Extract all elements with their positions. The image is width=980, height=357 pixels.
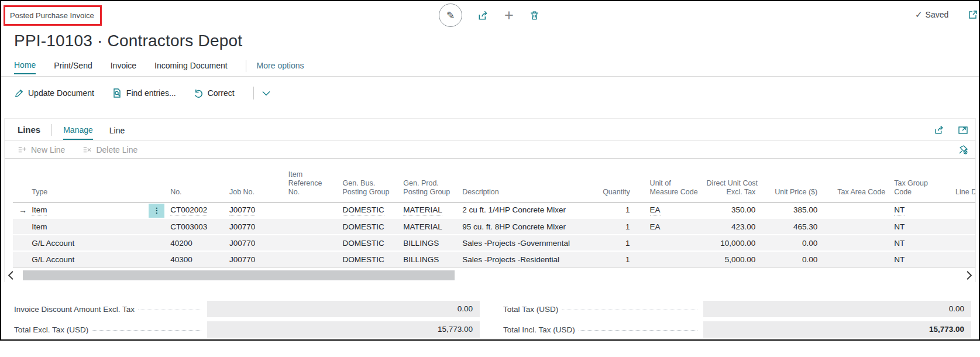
- lines-tab-line[interactable]: Line: [109, 121, 125, 139]
- table-row[interactable]: G/L Account40300J00770DOMESTICBILLINGSSa…: [13, 251, 975, 267]
- share-icon[interactable]: [477, 9, 489, 21]
- column-header[interactable]: Description: [459, 159, 599, 202]
- lines-tab-manage[interactable]: Manage: [63, 120, 93, 140]
- cell[interactable]: NT: [890, 235, 952, 251]
- popout-icon[interactable]: [968, 9, 978, 20]
- total-value-field: 15,773.00: [207, 321, 480, 338]
- cell[interactable]: 2 cu ft. 1/4HP Concrete Mixer: [459, 202, 599, 218]
- total-row: Total Tax (USD)0.00: [503, 301, 971, 317]
- tab-home[interactable]: Home: [14, 60, 36, 74]
- update-document-button[interactable]: Update Document: [14, 88, 94, 98]
- cell[interactable]: NT: [890, 202, 952, 218]
- rows-plus-icon: [18, 145, 27, 155]
- tab-invoice[interactable]: Invoice: [111, 61, 136, 74]
- divider: [1, 76, 979, 77]
- column-header[interactable]: No.: [167, 159, 226, 202]
- column-header[interactable]: ItemReferenceNo.: [285, 159, 339, 202]
- cell[interactable]: Item: [28, 218, 167, 235]
- cell[interactable]: 1: [599, 202, 633, 218]
- cell[interactable]: CT003003: [167, 218, 226, 235]
- column-header[interactable]: Gen. Bus.Posting Group: [339, 159, 400, 202]
- cell[interactable]: G/L Account: [28, 235, 167, 251]
- cell[interactable]: 10,000.00: [703, 235, 759, 251]
- correct-button[interactable]: Correct: [194, 88, 235, 98]
- column-header[interactable]: Gen. Prod.Posting Group: [400, 159, 459, 202]
- column-header[interactable]: Line Disco: [952, 159, 975, 202]
- rows-x-icon: [82, 145, 92, 155]
- cell[interactable]: J00770: [226, 202, 285, 218]
- tab-incoming-document[interactable]: Incoming Document: [154, 61, 228, 74]
- cell[interactable]: DOMESTIC: [339, 251, 400, 267]
- cell[interactable]: MATERIAL: [400, 202, 459, 218]
- cell[interactable]: 350.00: [703, 202, 759, 218]
- row-menu-ellipsis-icon[interactable]: ⋮: [149, 204, 164, 218]
- cell: [821, 251, 890, 267]
- add-icon[interactable]: +: [504, 9, 514, 21]
- cell[interactable]: 1: [599, 251, 633, 267]
- table-row[interactable]: →Item⋮CT002002J00770DOMESTICMATERIAL2 cu…: [13, 202, 975, 218]
- table-row[interactable]: G/L Account40200J00770DOMESTICBILLINGSSa…: [13, 235, 975, 251]
- lines-share-icon[interactable]: [934, 124, 945, 135]
- edit-icon[interactable]: ✎: [439, 4, 462, 27]
- column-header[interactable]: Tax GroupCode: [890, 159, 952, 202]
- find-entries-button[interactable]: Find entries...: [112, 88, 176, 98]
- cell[interactable]: DOMESTIC: [339, 235, 400, 251]
- scrollbar-thumb[interactable]: [23, 270, 455, 280]
- column-header[interactable]: Unit ofMeasure Code: [634, 159, 703, 202]
- cell[interactable]: J00770: [226, 218, 285, 235]
- column-header[interactable]: Direct Unit CostExcl. Tax: [703, 159, 759, 202]
- column-header[interactable]: Job No.: [226, 159, 285, 202]
- cell[interactable]: J00770: [226, 235, 285, 251]
- cell[interactable]: BILLINGS: [400, 251, 459, 267]
- unpin-icon[interactable]: [958, 145, 968, 155]
- cell: [952, 235, 975, 251]
- cell[interactable]: DOMESTIC: [339, 202, 400, 218]
- cell[interactable]: 465.30: [759, 218, 821, 235]
- horizontal-scrollbar[interactable]: [5, 270, 975, 282]
- row-selector-cell: [13, 218, 28, 235]
- cell[interactable]: J00770: [226, 251, 285, 267]
- totals-right-column: Total Tax (USD)0.00Total Incl. Tax (USD)…: [503, 301, 971, 341]
- record-type-annotation: Posted Purchase Invoice: [4, 5, 102, 26]
- delete-line-button[interactable]: Delete Line: [82, 145, 137, 155]
- cell[interactable]: NT: [890, 218, 952, 235]
- column-header[interactable]: Tax Area Code: [821, 159, 890, 202]
- cell[interactable]: CT002002: [167, 202, 226, 218]
- column-header[interactable]: Type: [28, 159, 167, 202]
- cell[interactable]: EA: [634, 202, 703, 218]
- cell[interactable]: 0.00: [759, 235, 821, 251]
- cell[interactable]: Sales -Projects -Residential: [459, 251, 599, 267]
- delete-icon[interactable]: [529, 10, 540, 21]
- cell[interactable]: 0.00: [759, 251, 821, 267]
- posted-purchase-invoice-window: Posted Purchase Invoice ✎ + ✓ Saved PPI-…: [0, 0, 980, 341]
- lines-section-title: Lines: [18, 125, 40, 135]
- cell[interactable]: G/L Account: [28, 251, 167, 267]
- cell[interactable]: MATERIAL: [400, 218, 459, 235]
- cell[interactable]: NT: [890, 251, 952, 267]
- cell[interactable]: 1: [599, 218, 633, 235]
- new-line-button[interactable]: New Line: [18, 145, 65, 155]
- cell[interactable]: Sales -Projects -Governmental: [459, 235, 599, 251]
- cell[interactable]: 40200: [167, 235, 226, 251]
- cell[interactable]: 95 cu. ft. 8HP Concrete Mixer: [459, 218, 599, 235]
- tab-print-send[interactable]: Print/Send: [54, 61, 92, 74]
- cell[interactable]: 423.00: [703, 218, 759, 235]
- column-header[interactable]: Unit Price ($): [759, 159, 821, 202]
- cell[interactable]: EA: [634, 218, 703, 235]
- column-header[interactable]: Quantity: [599, 159, 633, 202]
- table-row[interactable]: ItemCT003003J00770DOMESTICMATERIAL95 cu.…: [13, 218, 975, 235]
- arrow-right-icon: →: [16, 205, 27, 215]
- cell[interactable]: BILLINGS: [400, 235, 459, 251]
- cell: [821, 235, 890, 251]
- cell[interactable]: 5,000.00: [703, 251, 759, 267]
- cell[interactable]: 1: [599, 235, 633, 251]
- cell[interactable]: DOMESTIC: [339, 218, 400, 235]
- chevron-left-icon[interactable]: [8, 270, 13, 280]
- expand-focus-icon[interactable]: [958, 125, 968, 135]
- more-options-button[interactable]: More options: [257, 61, 304, 74]
- chevron-right-icon[interactable]: [967, 270, 972, 280]
- cell[interactable]: Item⋮: [28, 202, 167, 218]
- cell[interactable]: 40300: [167, 251, 226, 267]
- cell[interactable]: 385.00: [759, 202, 821, 218]
- more-actions-chevron-icon[interactable]: [262, 91, 270, 96]
